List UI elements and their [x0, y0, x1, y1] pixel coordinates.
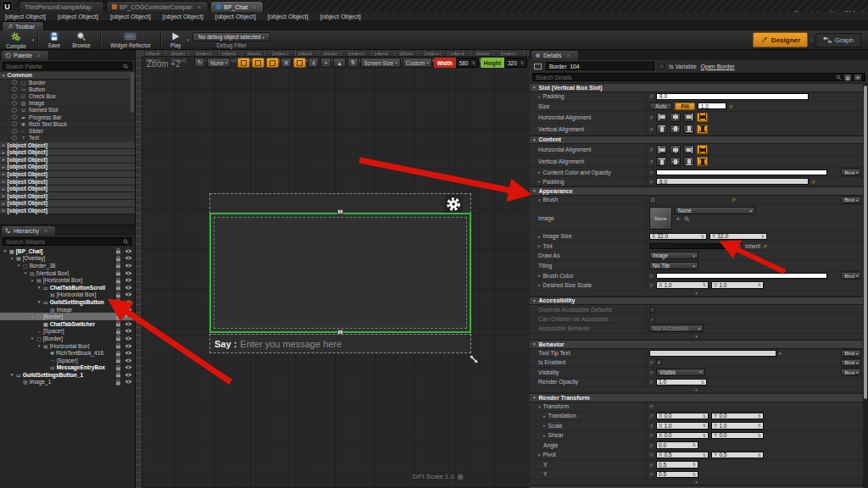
grid-snap-button[interactable] — [266, 58, 279, 68]
debug-object-select[interactable]: No debug object selected ▾ — [192, 32, 270, 42]
eye-icon[interactable] — [125, 299, 132, 305]
eye-icon[interactable] — [125, 263, 132, 269]
is-variable-checkbox[interactable] — [659, 64, 665, 69]
tooltip-field[interactable] — [649, 350, 776, 357]
eye-icon[interactable] — [125, 372, 132, 378]
tab-close-icon[interactable]: × — [198, 4, 201, 10]
menu-item[interactable]: [object Object] — [5, 13, 46, 20]
override-accessible-checkbox[interactable] — [649, 307, 655, 313]
section-content[interactable]: ▾Content — [530, 136, 863, 145]
section-render-transform[interactable]: ▾Render Transform — [530, 393, 863, 402]
draw-as-dropdown[interactable]: Image▾ — [649, 252, 698, 259]
eye-icon[interactable] — [125, 248, 132, 254]
hierarchy-row[interactable]: ▨ Image_1 — [0, 379, 135, 386]
asset-tab[interactable]: BP_COGControllerCompan × — [106, 1, 209, 12]
eye-icon[interactable] — [125, 321, 132, 327]
children-accessible-checkbox[interactable] — [649, 316, 655, 322]
compile-button[interactable]: Compile — [0, 30, 32, 49]
palette-item[interactable]: ⊡ Named Slot — [0, 107, 135, 114]
palette-section[interactable]: ▸ [object Object] — [0, 156, 135, 164]
hierarchy-row[interactable]: ▦ ChatTabSwitcher — [0, 320, 135, 328]
palette-section[interactable]: ▸ [object Object] — [0, 208, 135, 215]
eye-icon[interactable] — [125, 336, 132, 341]
valign-fill-button[interactable] — [697, 125, 708, 134]
lock-icon[interactable] — [115, 306, 121, 313]
expander-icon[interactable]: ▾ — [30, 278, 35, 283]
display-filter-icon[interactable]: 👁 — [854, 74, 862, 81]
menu-item[interactable]: [object Object] — [58, 13, 98, 20]
bind-button[interactable]: Bind▾ — [841, 349, 861, 357]
lock-icon[interactable] — [115, 357, 121, 363]
bind-button[interactable]: Bind▾ — [841, 196, 861, 203]
valign-top-button[interactable] — [656, 125, 667, 134]
pivot-y-single-field[interactable]: 0.5⇅ — [656, 471, 698, 479]
tiling-dropdown[interactable]: No Tile▾ — [649, 262, 698, 269]
content-halign-center-button[interactable] — [670, 145, 681, 154]
expander-icon[interactable]: ▾ — [30, 314, 35, 319]
scale-y-field[interactable]: Y1.0⇅ — [711, 422, 764, 430]
compile-dropdown-caret[interactable]: ▾ — [32, 37, 35, 42]
flip-preview-button[interactable]: ⇅ — [348, 58, 359, 68]
rotation-grid-button[interactable]: R — [281, 58, 292, 68]
hierarchy-row[interactable]: ▾ ▭ ChatTabButtonScroll — [0, 284, 135, 291]
shear-x-field[interactable]: X0.0⇅ — [656, 432, 709, 440]
graph-mode-button[interactable]: Graph — [815, 33, 861, 47]
palette-section[interactable]: ▸ [object Object] — [0, 164, 135, 171]
pivot-x-single-field[interactable]: 0.5⇅ — [656, 461, 698, 469]
bind-button[interactable]: Bind▾ — [841, 272, 861, 280]
content-valign-center-button[interactable] — [670, 157, 681, 166]
scale-grid-button[interactable] — [293, 58, 306, 68]
hierarchy-row[interactable]: ▭ MessageEntryBox — [0, 364, 135, 372]
slot-padding-field[interactable]: 8.0 — [656, 93, 809, 100]
hierarchy-row[interactable]: ▾ ▢ Border_38 — [0, 262, 135, 269]
expander-icon[interactable]: ▾ — [36, 285, 42, 290]
lock-icon[interactable] — [115, 262, 121, 269]
expand-more-chevron[interactable]: ▾ — [530, 291, 863, 297]
lock-icon[interactable] — [115, 277, 121, 284]
hierarchy-row[interactable]: ✱ RichTextBlock_416 — [0, 349, 135, 357]
tab-close-icon[interactable]: × — [37, 53, 41, 58]
palette-item[interactable]: T Text — [0, 135, 135, 141]
valign-center-button[interactable] — [670, 125, 681, 134]
palette-section[interactable]: ▸ [object Object] — [0, 178, 135, 186]
image-size-y-field[interactable]: Y32.0⇅ — [709, 233, 767, 241]
pivot-y-field[interactable]: Y0.5⇅ — [711, 452, 764, 459]
content-valign-top-button[interactable] — [656, 157, 667, 166]
bind-button[interactable]: Bind▾ — [841, 358, 861, 366]
hierarchy-tab[interactable]: Hierarchy × — [2, 226, 55, 236]
hierarchy-row[interactable]: ▾ ▤ [Horizontal Box] — [0, 276, 135, 284]
expander-icon[interactable]: ▾ — [30, 336, 35, 341]
designer-mode-button[interactable]: Designer — [753, 32, 808, 47]
eye-icon[interactable] — [125, 379, 132, 385]
lock-icon[interactable] — [115, 255, 121, 262]
desired-x-field[interactable]: X1.0⇅ — [656, 281, 709, 289]
tab-close-icon[interactable]: × — [566, 53, 570, 58]
lock-toggle-button[interactable] — [252, 58, 264, 68]
content-halign-fill-button[interactable] — [697, 145, 708, 154]
tint-color-swatch[interactable] — [649, 243, 734, 249]
translation-y-field[interactable]: Y0.0⇅ — [711, 413, 764, 420]
palette-section[interactable]: ▸ [object Object] — [0, 192, 135, 200]
lock-icon[interactable] — [115, 298, 121, 305]
content-padding-field[interactable]: 8.0 — [656, 178, 809, 185]
lock-icon[interactable] — [115, 364, 121, 371]
visibility-dropdown[interactable]: Visible▾ — [656, 369, 705, 376]
lock-icon[interactable] — [115, 371, 121, 378]
palette-section[interactable]: ▸ [object Object] — [0, 200, 135, 208]
save-button[interactable]: Save — [42, 30, 66, 49]
settings-button-preview[interactable] — [444, 195, 463, 214]
asset-tab[interactable]: ThirdPersonExampleMap — [19, 1, 104, 12]
expander-icon[interactable]: ▾ — [9, 372, 14, 377]
size-auto-button[interactable]: Auto — [649, 103, 672, 110]
expander-icon[interactable]: ▾ — [36, 299, 42, 304]
property-matrix-icon[interactable]: ▦ — [843, 74, 852, 81]
pivot-x-field[interactable]: X0.5⇅ — [656, 452, 709, 459]
content-color-swatch[interactable] — [656, 169, 827, 175]
eye-icon[interactable] — [125, 313, 132, 319]
halign-fill-button[interactable] — [697, 113, 708, 122]
eye-icon[interactable] — [125, 270, 132, 276]
asset-tab[interactable]: BP_Chat × — [210, 1, 264, 12]
menu-item[interactable]: [object Object] — [163, 13, 203, 20]
content-valign-fill-button[interactable] — [697, 157, 708, 166]
designer-canvas[interactable]: [object Object][object Object][object Ob… — [136, 50, 530, 488]
